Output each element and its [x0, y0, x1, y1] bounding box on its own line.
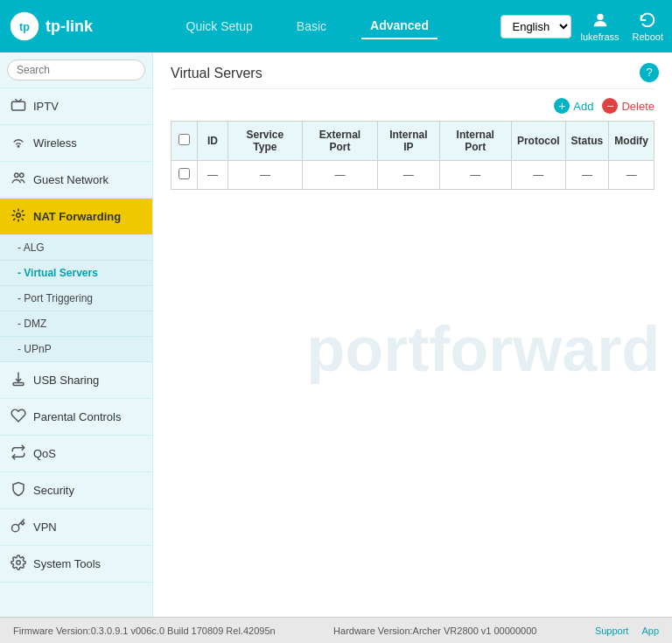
logo: tp tp-link [9, 10, 114, 42]
th-id: ID [198, 122, 228, 161]
sidebar-item-wireless-label: Wireless [33, 136, 77, 150]
svg-point-5 [15, 173, 19, 178]
svg-rect-3 [12, 101, 25, 110]
sidebar-item-iptv-label: IPTV [33, 100, 59, 113]
sidebar-item-security-label: Security [33, 484, 74, 497]
arrows-icon [10, 444, 26, 463]
th-modify: Modify [609, 122, 654, 161]
svg-point-6 [20, 173, 24, 178]
th-external-port: External Port [302, 122, 377, 161]
help-icon[interactable]: ? [640, 63, 659, 82]
header-actions: lukefrass Reboot [580, 10, 663, 42]
sidebar-item-guest-network-label: Guest Network [33, 173, 108, 186]
sidebar-item-wireless[interactable]: Wireless [0, 125, 152, 162]
svg-point-2 [597, 14, 603, 20]
sidebar-item-parental-controls-label: Parental Controls [33, 410, 121, 423]
sidebar-item-vpn-label: VPN [33, 521, 57, 534]
nat-icon [10, 207, 26, 226]
language-select[interactable]: English [500, 15, 571, 38]
delete-label: Delete [621, 100, 654, 113]
sub-item-virtual-servers[interactable]: - Virtual Servers [0, 261, 152, 286]
row-select-checkbox[interactable] [178, 168, 190, 179]
th-status: Status [565, 122, 609, 161]
sidebar-item-iptv[interactable]: IPTV [0, 88, 152, 125]
delete-circle-icon: − [602, 98, 618, 114]
main-layout: IPTV Wireless Guest Network [0, 52, 672, 617]
sidebar-item-qos-label: QoS [33, 447, 56, 460]
gear-icon [10, 555, 26, 573]
table-header-row: ID Service Type External Port Internal I… [172, 122, 654, 161]
header: tp tp-link Quick Setup Basic Advanced En… [0, 0, 672, 52]
page-title: Virtual Servers [171, 66, 654, 89]
reboot-label: Reboot [633, 31, 663, 42]
nat-sub-menu: - ALG - Virtual Servers - Port Triggerin… [0, 235, 152, 362]
app-link[interactable]: App [641, 626, 659, 636]
wifi-icon [10, 134, 26, 152]
svg-point-8 [12, 525, 19, 532]
sidebar-item-security[interactable]: Security [0, 472, 152, 509]
shield-icon [10, 481, 26, 500]
add-label: Add [573, 100, 593, 113]
nav-tabs: Quick Setup Basic Advanced [114, 13, 500, 39]
row-service-type: — [228, 161, 303, 190]
delete-button[interactable]: − Delete [602, 98, 654, 114]
content-area: Virtual Servers ? + Add − Delete ID Serv… [153, 52, 672, 617]
firmware-info: Firmware Version:0.3.0.9.1 v006c.0 Build… [13, 626, 276, 636]
sidebar-item-usb-sharing-label: USB Sharing [33, 374, 99, 387]
sub-item-alg[interactable]: - ALG [0, 235, 152, 261]
tv-icon [10, 97, 26, 115]
row-checkbox [172, 161, 198, 190]
row-id: — [198, 161, 228, 190]
row-protocol: — [511, 161, 565, 190]
sidebar-item-vpn[interactable]: VPN [0, 509, 152, 546]
tab-basic[interactable]: Basic [288, 14, 335, 38]
table-row: — — — — — — — — [172, 161, 654, 190]
svg-text:tp: tp [19, 21, 30, 33]
sidebar-item-nat-forwarding-label: NAT Forwarding [33, 210, 121, 223]
tplink-logo-icon: tp [9, 10, 40, 42]
sub-item-upnp[interactable]: - UPnP [0, 337, 152, 362]
svg-point-7 [17, 213, 21, 218]
select-all-checkbox[interactable] [178, 134, 190, 145]
th-service-type: Service Type [228, 122, 303, 161]
watermark: portforward [306, 313, 660, 385]
user-label: lukefrass [580, 31, 619, 42]
sidebar-item-parental-controls[interactable]: Parental Controls [0, 399, 152, 436]
heart-icon [10, 408, 26, 426]
sidebar-item-guest-network[interactable]: Guest Network [0, 162, 152, 199]
search-box [0, 52, 152, 88]
add-button[interactable]: + Add [554, 98, 593, 114]
row-internal-port: — [439, 161, 511, 190]
virtual-servers-table: ID Service Type External Port Internal I… [171, 121, 654, 190]
tab-advanced[interactable]: Advanced [361, 13, 438, 39]
th-protocol: Protocol [511, 122, 565, 161]
user-icon [591, 10, 610, 30]
sub-item-port-triggering[interactable]: - Port Triggering [0, 286, 152, 311]
sidebar-item-nat-forwarding[interactable]: NAT Forwarding [0, 199, 152, 235]
sidebar: IPTV Wireless Guest Network [0, 52, 153, 617]
th-internal-port: Internal Port [439, 122, 511, 161]
search-input[interactable] [7, 59, 145, 80]
footer: Firmware Version:0.3.0.9.1 v006c.0 Build… [0, 617, 672, 643]
row-modify: — [609, 161, 654, 190]
hardware-info: Hardware Version:Archer VR2800 v1 000000… [333, 626, 536, 636]
tab-quick-setup[interactable]: Quick Setup [178, 14, 262, 38]
svg-point-4 [18, 146, 19, 148]
footer-links: Support App [595, 626, 659, 636]
add-circle-icon: + [554, 98, 570, 114]
users-icon [10, 171, 26, 189]
user-button[interactable]: lukefrass [580, 10, 619, 42]
sidebar-item-qos[interactable]: QoS [0, 436, 152, 472]
th-internal-ip: Internal IP [378, 122, 439, 161]
svg-point-9 [17, 561, 21, 565]
row-internal-ip: — [378, 161, 439, 190]
table-toolbar: + Add − Delete [171, 98, 654, 114]
sub-item-dmz[interactable]: - DMZ [0, 311, 152, 337]
row-status: — [565, 161, 609, 190]
reboot-button[interactable]: Reboot [633, 10, 663, 42]
logo-text: tp-link [46, 17, 93, 36]
sidebar-item-usb-sharing[interactable]: USB Sharing [0, 362, 152, 399]
sidebar-item-system-tools[interactable]: System Tools [0, 546, 152, 583]
support-link[interactable]: Support [595, 626, 629, 636]
usb-icon [10, 371, 26, 389]
